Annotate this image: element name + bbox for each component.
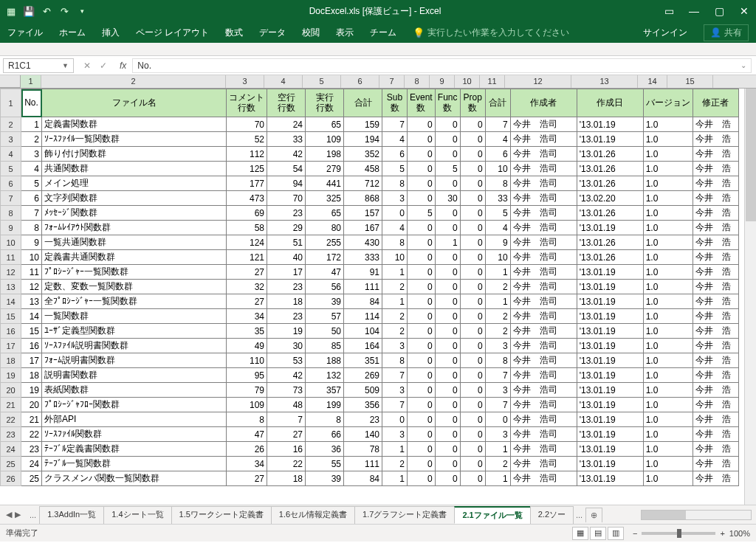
cell[interactable]: 1.0: [643, 132, 693, 147]
cell[interactable]: 94: [267, 176, 306, 191]
cell[interactable]: 172: [306, 250, 344, 265]
cell[interactable]: '13.01.19: [577, 383, 643, 398]
cell[interactable]: 0: [460, 457, 485, 471]
cell[interactable]: 1.0: [643, 280, 693, 294]
column-header[interactable]: 7: [379, 75, 405, 88]
cell[interactable]: 0: [460, 191, 485, 206]
cell[interactable]: '13.01.19: [577, 280, 643, 294]
column-header[interactable]: 11: [480, 75, 505, 88]
cell[interactable]: 0: [460, 368, 485, 383]
cell[interactable]: 0: [460, 117, 485, 132]
cell[interactable]: 3: [485, 339, 510, 353]
row-header[interactable]: 9: [1, 221, 21, 235]
cell[interactable]: 0: [460, 235, 485, 250]
cell[interactable]: '13.01.19: [577, 412, 643, 427]
cell[interactable]: 51: [267, 235, 306, 250]
cell[interactable]: 0: [460, 294, 485, 309]
cell[interactable]: 0: [408, 457, 436, 471]
cell[interactable]: '13.01.26: [577, 162, 643, 176]
cell[interactable]: 2: [382, 457, 408, 471]
cell[interactable]: 164: [344, 339, 382, 353]
cell[interactable]: 167: [344, 221, 382, 235]
cell[interactable]: 8: [382, 235, 408, 250]
header-cell[interactable]: ファイル名: [42, 89, 227, 117]
cell[interactable]: 今井 浩司: [510, 427, 577, 442]
cell[interactable]: 0: [435, 471, 460, 486]
header-cell[interactable]: 作成日: [577, 89, 643, 117]
cell[interactable]: 7: [485, 117, 510, 132]
row-header[interactable]: 20: [1, 383, 21, 398]
zoom-percent[interactable]: 100%: [729, 529, 750, 538]
row-header[interactable]: 17: [1, 339, 21, 353]
cell[interactable]: 表紙関数群: [42, 383, 227, 398]
select-all-corner[interactable]: [0, 75, 21, 88]
cell[interactable]: 91: [344, 265, 382, 280]
cell[interactable]: 0: [460, 398, 485, 412]
cell[interactable]: 0: [435, 132, 460, 147]
vertical-scrollbar[interactable]: [744, 89, 756, 505]
cell[interactable]: 255: [306, 235, 344, 250]
cell[interactable]: 1: [382, 442, 408, 457]
cell[interactable]: 今井 浩司: [510, 457, 577, 471]
cell[interactable]: 24: [267, 117, 306, 132]
cell[interactable]: 441: [306, 176, 344, 191]
cell[interactable]: 0: [460, 353, 485, 368]
cell[interactable]: 65: [306, 206, 344, 221]
cell[interactable]: '13.01.19: [577, 427, 643, 442]
cell[interactable]: 0: [460, 265, 485, 280]
cell[interactable]: 35: [227, 324, 267, 339]
cell[interactable]: '13.01.19: [577, 398, 643, 412]
cell[interactable]: 0: [408, 117, 436, 132]
cell[interactable]: 0: [408, 265, 436, 280]
tab-pagelayout[interactable]: ページ レイアウト: [136, 27, 209, 39]
cell[interactable]: 今井 浩司: [510, 353, 577, 368]
cell[interactable]: 85: [306, 339, 344, 353]
cell[interactable]: '13.02.20: [577, 191, 643, 206]
cell[interactable]: 1.0: [643, 353, 693, 368]
cell[interactable]: 351: [344, 353, 382, 368]
cell[interactable]: 今井 浩: [693, 280, 738, 294]
cell[interactable]: 今井 浩: [693, 309, 738, 324]
cell[interactable]: 今井 浩: [693, 176, 738, 191]
cell[interactable]: 今井 浩: [693, 294, 738, 309]
cell[interactable]: 18: [267, 294, 306, 309]
row-header[interactable]: 1: [1, 89, 21, 117]
signin-link[interactable]: サインイン: [643, 27, 687, 39]
cell[interactable]: 0: [408, 412, 436, 427]
cell[interactable]: 0: [408, 309, 436, 324]
cell[interactable]: 16: [267, 442, 306, 457]
cell[interactable]: '13.01.19: [577, 132, 643, 147]
cell[interactable]: '13.01.26: [577, 250, 643, 265]
cell[interactable]: 今井 浩: [693, 206, 738, 221]
cell[interactable]: 今井 浩: [693, 147, 738, 162]
cell[interactable]: 0: [460, 471, 485, 486]
cell[interactable]: 66: [306, 427, 344, 442]
cell[interactable]: '13.01.19: [577, 221, 643, 235]
cell[interactable]: 188: [306, 353, 344, 368]
cell[interactable]: 8: [382, 353, 408, 368]
cell[interactable]: 25: [21, 471, 42, 486]
header-cell[interactable]: 実行行数: [306, 89, 344, 117]
cell[interactable]: 0: [408, 442, 436, 457]
cell[interactable]: '13.01.26: [577, 235, 643, 250]
cell[interactable]: 27: [227, 294, 267, 309]
cell[interactable]: 0: [460, 427, 485, 442]
cell[interactable]: 0: [435, 265, 460, 280]
cell[interactable]: 7: [485, 398, 510, 412]
cell[interactable]: 0: [460, 442, 485, 457]
cell[interactable]: 0: [408, 324, 436, 339]
column-header[interactable]: 2: [41, 75, 226, 88]
cell[interactable]: 1: [485, 265, 510, 280]
cell[interactable]: 3: [382, 383, 408, 398]
cell[interactable]: 今井 浩司: [510, 117, 577, 132]
cell[interactable]: 共通関数群: [42, 162, 227, 176]
cell[interactable]: 24: [21, 457, 42, 471]
cell[interactable]: 今井 浩司: [510, 147, 577, 162]
cell[interactable]: '13.01.19: [577, 457, 643, 471]
cell[interactable]: 1.0: [643, 383, 693, 398]
cell[interactable]: 58: [227, 221, 267, 235]
cell[interactable]: 3: [485, 427, 510, 442]
cell[interactable]: 0: [408, 294, 436, 309]
cell[interactable]: 84: [344, 471, 382, 486]
cell[interactable]: 18: [267, 471, 306, 486]
